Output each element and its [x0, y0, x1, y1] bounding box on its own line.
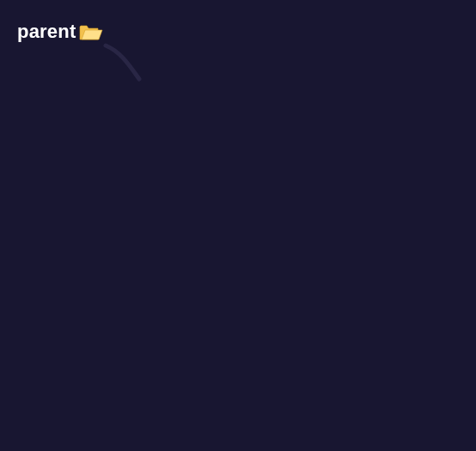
tree-canvas: parent: [0, 0, 476, 451]
open-folder-icon: [79, 23, 101, 40]
node-label: parent: [17, 21, 76, 43]
tree-node-parent[interactable]: parent: [17, 21, 101, 43]
tree-connector: [103, 43, 155, 94]
